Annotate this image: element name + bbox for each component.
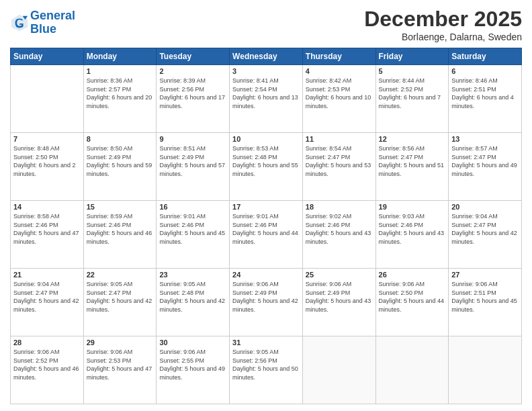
- day-number: 25: [306, 271, 373, 279]
- logo-text: General Blue: [30, 9, 75, 36]
- day-number: 23: [159, 271, 226, 279]
- day-cell: 26Sunrise: 9:06 AM Sunset: 2:50 PM Dayli…: [375, 269, 449, 336]
- day-cell: [302, 336, 375, 404]
- day-number: 16: [159, 203, 226, 211]
- day-info: Sunrise: 9:06 AM Sunset: 2:49 PM Dayligh…: [232, 280, 300, 314]
- day-info: Sunrise: 9:06 AM Sunset: 2:55 PM Dayligh…: [159, 348, 226, 381]
- day-info: Sunrise: 8:39 AM Sunset: 2:56 PM Dayligh…: [159, 77, 226, 110]
- day-cell: 21Sunrise: 9:04 AM Sunset: 2:47 PM Dayli…: [11, 269, 84, 336]
- day-cell: 28Sunrise: 9:06 AM Sunset: 2:52 PM Dayli…: [11, 336, 84, 404]
- page: General Blue December 2025 Borlaenge, Da…: [0, 0, 532, 411]
- day-cell: 14Sunrise: 8:58 AM Sunset: 2:46 PM Dayli…: [11, 201, 84, 269]
- day-cell: 2Sunrise: 8:39 AM Sunset: 2:56 PM Daylig…: [157, 65, 230, 133]
- day-info: Sunrise: 9:01 AM Sunset: 2:46 PM Dayligh…: [232, 212, 300, 246]
- day-info: Sunrise: 8:50 AM Sunset: 2:49 PM Dayligh…: [87, 144, 154, 178]
- header: General Blue December 2025 Borlaenge, Da…: [10, 7, 522, 42]
- day-number: 5: [379, 67, 446, 75]
- day-info: Sunrise: 9:06 AM Sunset: 2:50 PM Dayligh…: [379, 280, 446, 314]
- day-cell: 24Sunrise: 9:06 AM Sunset: 2:49 PM Dayli…: [230, 269, 303, 336]
- day-cell: 16Sunrise: 9:01 AM Sunset: 2:46 PM Dayli…: [157, 201, 230, 269]
- title-block: December 2025 Borlaenge, Dalarna, Sweden: [364, 7, 522, 42]
- day-cell: 8Sunrise: 8:50 AM Sunset: 2:49 PM Daylig…: [83, 133, 157, 201]
- day-number: 18: [306, 203, 373, 211]
- week-row-3: 14Sunrise: 8:58 AM Sunset: 2:46 PM Dayli…: [11, 201, 522, 269]
- week-row-1: 1Sunrise: 8:36 AM Sunset: 2:57 PM Daylig…: [11, 65, 522, 133]
- day-info: Sunrise: 8:51 AM Sunset: 2:49 PM Dayligh…: [159, 144, 226, 178]
- weekday-header-friday: Friday: [375, 48, 449, 65]
- day-number: 3: [232, 67, 300, 75]
- day-number: 21: [13, 271, 81, 279]
- logo-icon: [10, 13, 29, 32]
- day-info: Sunrise: 9:06 AM Sunset: 2:51 PM Dayligh…: [451, 280, 519, 314]
- day-cell: 19Sunrise: 9:03 AM Sunset: 2:46 PM Dayli…: [375, 201, 449, 269]
- day-number: 27: [451, 271, 519, 279]
- day-number: 2: [159, 67, 226, 75]
- day-info: Sunrise: 8:56 AM Sunset: 2:47 PM Dayligh…: [379, 144, 446, 178]
- day-number: 17: [232, 203, 300, 211]
- day-number: 19: [379, 203, 446, 211]
- day-cell: 13Sunrise: 8:57 AM Sunset: 2:47 PM Dayli…: [449, 133, 522, 201]
- day-cell: 4Sunrise: 8:42 AM Sunset: 2:53 PM Daylig…: [302, 65, 375, 133]
- day-cell: 30Sunrise: 9:06 AM Sunset: 2:55 PM Dayli…: [157, 336, 230, 404]
- day-info: Sunrise: 8:48 AM Sunset: 2:50 PM Dayligh…: [13, 144, 81, 178]
- location: Borlaenge, Dalarna, Sweden: [364, 32, 522, 42]
- day-number: 7: [13, 135, 81, 143]
- day-cell: 15Sunrise: 8:59 AM Sunset: 2:46 PM Dayli…: [83, 201, 157, 269]
- weekday-header-wednesday: Wednesday: [230, 48, 303, 65]
- calendar-table: SundayMondayTuesdayWednesdayThursdayFrid…: [10, 48, 522, 404]
- day-info: Sunrise: 8:46 AM Sunset: 2:51 PM Dayligh…: [451, 77, 519, 110]
- day-number: 20: [451, 203, 519, 211]
- day-cell: 7Sunrise: 8:48 AM Sunset: 2:50 PM Daylig…: [11, 133, 84, 201]
- day-cell: [449, 336, 522, 404]
- day-info: Sunrise: 9:06 AM Sunset: 2:49 PM Dayligh…: [306, 280, 373, 314]
- day-number: 22: [87, 271, 154, 279]
- day-cell: 27Sunrise: 9:06 AM Sunset: 2:51 PM Dayli…: [449, 269, 522, 336]
- day-cell: 29Sunrise: 9:06 AM Sunset: 2:53 PM Dayli…: [83, 336, 157, 404]
- day-cell: 1Sunrise: 8:36 AM Sunset: 2:57 PM Daylig…: [83, 65, 157, 133]
- day-info: Sunrise: 8:36 AM Sunset: 2:57 PM Dayligh…: [87, 77, 154, 110]
- weekday-header-saturday: Saturday: [449, 48, 522, 65]
- week-row-5: 28Sunrise: 9:06 AM Sunset: 2:52 PM Dayli…: [11, 336, 522, 404]
- day-number: 9: [159, 135, 226, 143]
- day-number: 31: [232, 338, 300, 347]
- day-info: Sunrise: 8:58 AM Sunset: 2:46 PM Dayligh…: [13, 212, 81, 246]
- day-cell: 3Sunrise: 8:41 AM Sunset: 2:54 PM Daylig…: [230, 65, 303, 133]
- day-cell: 20Sunrise: 9:04 AM Sunset: 2:47 PM Dayli…: [449, 201, 522, 269]
- weekday-header-tuesday: Tuesday: [157, 48, 230, 65]
- day-cell: 10Sunrise: 8:53 AM Sunset: 2:48 PM Dayli…: [230, 133, 303, 201]
- day-info: Sunrise: 9:01 AM Sunset: 2:46 PM Dayligh…: [159, 212, 226, 246]
- day-number: 4: [306, 67, 373, 75]
- week-row-2: 7Sunrise: 8:48 AM Sunset: 2:50 PM Daylig…: [11, 133, 522, 201]
- day-info: Sunrise: 9:06 AM Sunset: 2:53 PM Dayligh…: [87, 348, 154, 381]
- day-number: 13: [451, 135, 519, 143]
- day-number: 6: [451, 67, 519, 75]
- day-number: 29: [87, 338, 154, 347]
- day-info: Sunrise: 8:57 AM Sunset: 2:47 PM Dayligh…: [451, 144, 519, 178]
- day-cell: 11Sunrise: 8:54 AM Sunset: 2:47 PM Dayli…: [302, 133, 375, 201]
- day-info: Sunrise: 9:05 AM Sunset: 2:48 PM Dayligh…: [159, 280, 226, 314]
- day-cell: 9Sunrise: 8:51 AM Sunset: 2:49 PM Daylig…: [157, 133, 230, 201]
- day-info: Sunrise: 9:02 AM Sunset: 2:46 PM Dayligh…: [306, 212, 373, 246]
- day-info: Sunrise: 8:54 AM Sunset: 2:47 PM Dayligh…: [306, 144, 373, 178]
- logo: General Blue: [10, 9, 75, 36]
- day-number: 11: [306, 135, 373, 143]
- day-number: 28: [13, 338, 81, 347]
- day-cell: 12Sunrise: 8:56 AM Sunset: 2:47 PM Dayli…: [375, 133, 449, 201]
- day-number: 26: [379, 271, 446, 279]
- day-info: Sunrise: 9:04 AM Sunset: 2:47 PM Dayligh…: [13, 280, 81, 314]
- day-info: Sunrise: 8:53 AM Sunset: 2:48 PM Dayligh…: [232, 144, 300, 178]
- weekday-header-row: SundayMondayTuesdayWednesdayThursdayFrid…: [11, 48, 522, 65]
- day-cell: 17Sunrise: 9:01 AM Sunset: 2:46 PM Dayli…: [230, 201, 303, 269]
- day-number: 14: [13, 203, 81, 211]
- day-info: Sunrise: 9:05 AM Sunset: 2:47 PM Dayligh…: [87, 280, 154, 314]
- weekday-header-sunday: Sunday: [11, 48, 84, 65]
- day-cell: 18Sunrise: 9:02 AM Sunset: 2:46 PM Dayli…: [302, 201, 375, 269]
- day-number: 10: [232, 135, 300, 143]
- day-cell: 22Sunrise: 9:05 AM Sunset: 2:47 PM Dayli…: [83, 269, 157, 336]
- month-title: December 2025: [364, 7, 522, 32]
- day-info: Sunrise: 8:59 AM Sunset: 2:46 PM Dayligh…: [87, 212, 154, 246]
- day-cell: 23Sunrise: 9:05 AM Sunset: 2:48 PM Dayli…: [157, 269, 230, 336]
- day-number: 12: [379, 135, 446, 143]
- day-number: 1: [87, 67, 154, 75]
- day-cell: [11, 65, 84, 133]
